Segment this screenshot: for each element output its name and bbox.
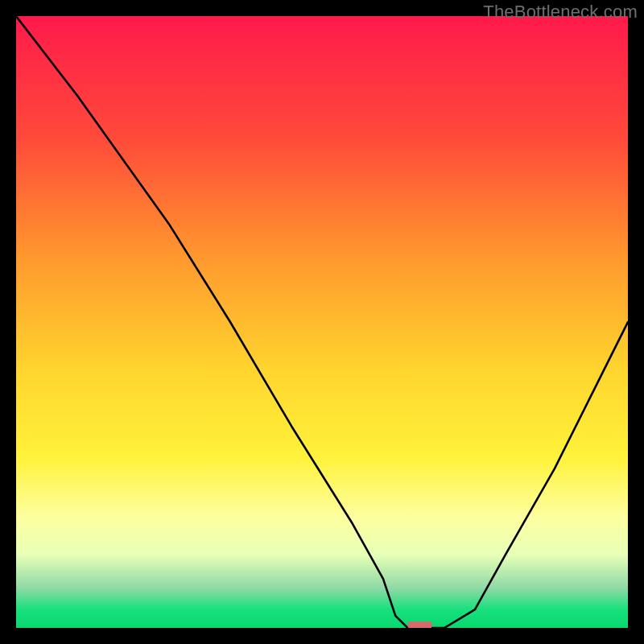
chart-container: TheBottleneck.com [0, 0, 644, 644]
optimal-marker [407, 621, 431, 628]
watermark-text: TheBottleneck.com [483, 2, 638, 23]
heat-background [16, 16, 628, 628]
bottleneck-plot [16, 16, 628, 628]
